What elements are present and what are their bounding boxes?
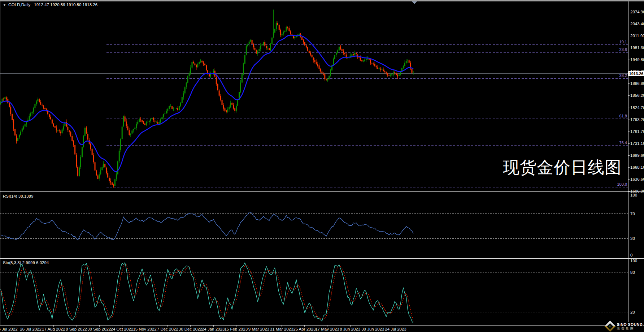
candle-body	[204, 64, 205, 65]
candle-body	[189, 73, 190, 76]
candle-body	[44, 108, 45, 109]
candle-body	[366, 59, 367, 60]
candle-body	[250, 40, 251, 42]
date-tick	[213, 325, 214, 327]
price-axis-label: 1699.60	[630, 153, 644, 158]
candle-body	[269, 48, 270, 50]
candle-body	[307, 47, 308, 51]
candle-body	[261, 44, 262, 46]
candle-body	[387, 73, 388, 76]
candle-body	[301, 37, 303, 40]
candle-body	[25, 124, 26, 126]
panel-separator-0[interactable]	[0, 191, 644, 192]
candle-body	[84, 128, 86, 136]
price-axis-label: 1731.10	[630, 141, 644, 146]
date-axis-label: 17 Aug 2022	[42, 327, 65, 331]
price-tick	[628, 131, 630, 132]
candle-body	[67, 127, 68, 130]
candle-body	[131, 130, 132, 133]
candle-body	[344, 53, 345, 54]
watermark-text: 现货金价日线图	[503, 156, 622, 179]
date-tick	[259, 325, 259, 327]
price-tick	[628, 179, 630, 180]
candle-body	[92, 149, 93, 155]
candle-body	[126, 121, 127, 126]
candle-body	[341, 49, 343, 51]
date-tick	[77, 325, 77, 327]
candle-body	[312, 55, 313, 57]
candle-body	[279, 25, 280, 30]
candle-body	[29, 116, 30, 120]
candle-body	[340, 47, 341, 49]
candle-body	[391, 74, 392, 76]
candle-body	[249, 42, 250, 44]
logo-subtitle: 漢聲集團	[617, 327, 643, 330]
price-tick	[628, 120, 630, 120]
candle-body	[309, 51, 310, 53]
candle-body	[288, 28, 290, 31]
candle-body	[201, 61, 203, 62]
fib-label-76.4: 76.4	[619, 141, 627, 145]
candle-body	[125, 116, 126, 121]
candle-body	[390, 76, 391, 76]
candle-body	[339, 47, 340, 50]
candle-body	[314, 60, 316, 62]
candle-body	[169, 106, 170, 109]
candle-body	[133, 129, 134, 130]
price-tick	[628, 12, 630, 12]
chart-menu-arrow-icon[interactable]: ▼	[3, 3, 6, 7]
candle-body	[273, 33, 274, 38]
candle-body	[213, 71, 214, 73]
price-axis-label: 2074.90	[630, 10, 644, 14]
candle-body	[122, 126, 123, 139]
date-tick	[327, 325, 327, 327]
rsi-indicator-label: RSI(14) 38.1389	[3, 194, 33, 198]
candle-body	[404, 63, 405, 66]
candle-body	[144, 124, 145, 125]
candle-body	[104, 164, 105, 167]
candle-body	[71, 136, 73, 141]
candle-body	[42, 105, 43, 105]
candle-body	[13, 120, 14, 129]
rsi-line	[1, 212, 413, 240]
candle-body	[37, 99, 38, 101]
candle-body	[407, 61, 408, 61]
symbol-timeframe-label: GOLD,Daily	[8, 3, 30, 7]
candle-body	[157, 122, 158, 124]
candle-body	[393, 73, 394, 74]
candle-body	[200, 60, 201, 61]
sto-panel	[0, 263, 628, 323]
candle-body	[264, 42, 265, 46]
candle-body	[254, 48, 256, 50]
candle-body	[364, 60, 365, 61]
panel-separator-2[interactable]	[0, 325, 644, 325]
candle-body	[107, 173, 108, 177]
price-tick	[628, 95, 630, 96]
candle-body	[409, 60, 410, 62]
candle-body	[234, 108, 235, 111]
candle-body	[57, 130, 58, 131]
date-axis-label: 31 Mar 2023	[270, 327, 293, 331]
date-axis-label: 30 Sep 2022	[87, 327, 111, 331]
date-tick	[304, 325, 305, 327]
candle-body	[103, 164, 104, 167]
candle-body	[12, 114, 13, 120]
candle-body	[114, 179, 116, 186]
candle-body	[230, 103, 231, 107]
candle-body	[394, 72, 395, 73]
candle-body	[317, 64, 318, 66]
candle-body	[166, 111, 167, 113]
candle-body	[120, 139, 121, 150]
shift-marker-icon[interactable]	[412, 1, 417, 4]
panel-separator-1[interactable]	[0, 258, 644, 259]
date-tick	[396, 325, 396, 327]
candle-body	[313, 57, 314, 60]
candle-body	[49, 114, 50, 117]
price-axis-label: 1824.70	[630, 105, 644, 110]
fib-label-100.0: 100.0	[617, 182, 627, 186]
candle-body	[90, 144, 91, 150]
candle-body	[170, 106, 171, 106]
candle-body	[380, 69, 381, 70]
candle-body	[59, 130, 60, 131]
candle-body	[183, 93, 184, 97]
